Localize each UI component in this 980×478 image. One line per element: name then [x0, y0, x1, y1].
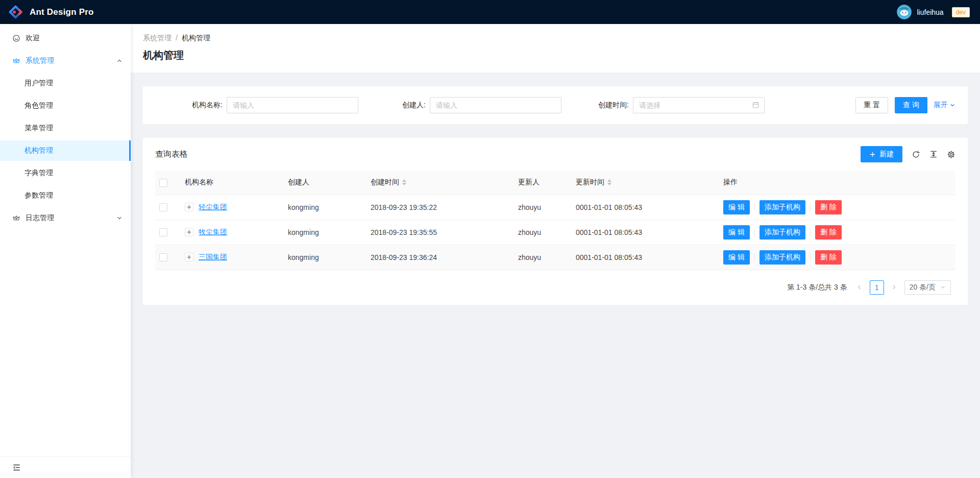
- sidebar-item-menu-mgmt[interactable]: 菜单管理: [0, 118, 131, 138]
- add-child-org-button[interactable]: 添加子机构: [760, 225, 805, 240]
- chevron-down-icon: [949, 102, 955, 108]
- sidebar-footer: [0, 456, 131, 478]
- cell-updated-time: 0001-01-01 08:05:43: [572, 220, 719, 245]
- form-item-org-name: 机构名称:: [155, 97, 358, 113]
- delete-button[interactable]: 删 除: [815, 200, 842, 214]
- username[interactable]: liufeihua: [917, 8, 943, 16]
- sidebar-submenu-label: 日志管理: [26, 213, 54, 223]
- divider: [810, 203, 811, 211]
- org-name-link[interactable]: 轻尘集团: [199, 203, 227, 212]
- sidebar-item-welcome[interactable]: 欢迎: [0, 28, 131, 49]
- chevron-down-icon: [940, 284, 946, 290]
- cell-updater: zhouyu: [514, 195, 572, 220]
- form-item-creator: 创建人:: [358, 97, 561, 113]
- sidebar-item-param-mgmt[interactable]: 参数管理: [0, 185, 131, 206]
- sidebar-item-dict-mgmt[interactable]: 字典管理: [0, 163, 131, 183]
- delete-button[interactable]: 删 除: [815, 250, 842, 265]
- cell-updater: zhouyu: [514, 245, 572, 270]
- main-content: 系统管理 / 机构管理 机构管理 机构名称: 创建人: 创建时间:: [131, 0, 980, 478]
- divider: [754, 253, 755, 261]
- menu-fold-icon[interactable]: [12, 463, 21, 472]
- table-title: 查询表格: [155, 149, 188, 160]
- col-org-name: 机构名称: [181, 171, 284, 195]
- edit-button[interactable]: 编 辑: [723, 250, 750, 265]
- cell-updated-time: 0001-01-01 08:05:43: [572, 195, 719, 220]
- expand-toggle[interactable]: 展开: [934, 101, 955, 110]
- expand-row-icon[interactable]: [185, 203, 193, 211]
- new-button-label: 新建: [879, 150, 894, 159]
- divider: [810, 228, 811, 236]
- sidebar-item-label: 角色管理: [24, 101, 53, 110]
- reload-icon[interactable]: [912, 150, 920, 159]
- creator-input[interactable]: [430, 97, 561, 113]
- app-title: Ant Design Pro: [30, 7, 94, 17]
- plus-icon: [869, 151, 876, 158]
- user-avatar[interactable]: [897, 5, 912, 19]
- sidebar-menu: 欢迎 系统管理 用户管理 角色管理 菜单管理 机构管理: [0, 24, 131, 456]
- pagination: 第 1-3 条/总共 3 条 1 20 条/页: [143, 270, 968, 298]
- org-name-link[interactable]: 三国集团: [199, 253, 227, 262]
- smile-icon: [12, 34, 20, 42]
- page-size-label: 20 条/页: [910, 283, 936, 292]
- table-row: 轻尘集团 kongming 2018-09-23 19:35:22 zhouyu…: [155, 195, 955, 220]
- org-name-link[interactable]: 牧尘集团: [199, 228, 227, 237]
- delete-button[interactable]: 删 除: [815, 225, 842, 240]
- sidebar-item-label: 参数管理: [24, 191, 53, 200]
- col-updated-time: 更新时间: [576, 178, 604, 187]
- row-checkbox[interactable]: [159, 228, 167, 236]
- edit-button[interactable]: 编 辑: [723, 225, 750, 240]
- reset-button[interactable]: 重 置: [855, 97, 888, 113]
- crown-icon: [12, 57, 20, 65]
- column-height-icon[interactable]: [929, 150, 938, 158]
- expand-row-icon[interactable]: [185, 253, 193, 261]
- col-creator: 创建人: [284, 171, 366, 195]
- col-created-time-sorter[interactable]: 创建时间: [371, 178, 406, 187]
- sidebar-item-user-mgmt[interactable]: 用户管理: [0, 73, 131, 93]
- crown-icon: [12, 214, 20, 222]
- row-checkbox[interactable]: [159, 203, 167, 211]
- divider: [754, 228, 755, 236]
- select-all-checkbox[interactable]: [159, 179, 167, 187]
- cell-created-time: 2018-09-23 19:36:24: [366, 245, 514, 270]
- settings-gear-icon[interactable]: [947, 150, 955, 159]
- app-logo[interactable]: Ant Design Pro: [9, 5, 94, 19]
- sidebar-item-role-mgmt[interactable]: 角色管理: [0, 95, 131, 116]
- creator-label: 创建人:: [358, 101, 430, 110]
- table-row: 牧尘集团 kongming 2018-09-23 19:35:55 zhouyu…: [155, 220, 955, 245]
- org-name-input[interactable]: [227, 97, 358, 113]
- divider: [810, 253, 811, 261]
- sidebar-item-label: 欢迎: [26, 34, 40, 43]
- breadcrumb-current: 机构管理: [182, 32, 210, 43]
- table-header-row: 机构名称 创建人 创建时间 更新人 更新时间: [155, 171, 955, 195]
- created-time-datepicker[interactable]: [633, 97, 765, 113]
- col-created-time: 创建时间: [371, 178, 399, 187]
- pagination-total: 第 1-3 条/总共 3 条: [787, 283, 847, 292]
- edit-button[interactable]: 编 辑: [723, 200, 750, 214]
- row-checkbox[interactable]: [159, 253, 167, 261]
- add-child-org-button[interactable]: 添加子机构: [760, 200, 805, 214]
- expand-label: 展开: [934, 101, 948, 110]
- prev-page-button[interactable]: [853, 280, 866, 295]
- cell-created-time: 2018-09-23 19:35:55: [366, 220, 514, 245]
- page-number-1[interactable]: 1: [870, 280, 884, 295]
- next-page-button[interactable]: [888, 280, 900, 295]
- cell-creator: kongming: [284, 195, 366, 220]
- sort-carets-icon: [402, 179, 406, 185]
- sidebar-item-org-mgmt[interactable]: 机构管理: [0, 140, 131, 161]
- expand-row-icon[interactable]: [185, 228, 193, 236]
- page-header: 系统管理 / 机构管理 机构管理: [131, 24, 980, 73]
- breadcrumb-parent[interactable]: 系统管理: [143, 32, 172, 43]
- sidebar-item-label: 机构管理: [24, 146, 53, 155]
- add-child-org-button[interactable]: 添加子机构: [760, 250, 805, 265]
- sidebar-submenu-system[interactable]: 系统管理: [0, 51, 131, 71]
- sidebar-submenu-log[interactable]: 日志管理: [0, 208, 131, 228]
- page-size-select[interactable]: 20 条/页: [904, 280, 951, 295]
- new-button[interactable]: 新建: [861, 146, 902, 162]
- cell-creator: kongming: [284, 245, 366, 270]
- query-button[interactable]: 查 询: [895, 97, 927, 113]
- col-updated-time-sorter[interactable]: 更新时间: [576, 178, 611, 187]
- sidebar: 欢迎 系统管理 用户管理 角色管理 菜单管理 机构管理: [0, 24, 131, 478]
- ant-design-logo-icon: [9, 5, 22, 19]
- page-title: 机构管理: [143, 48, 968, 62]
- breadcrumb: 系统管理 / 机构管理: [143, 32, 968, 43]
